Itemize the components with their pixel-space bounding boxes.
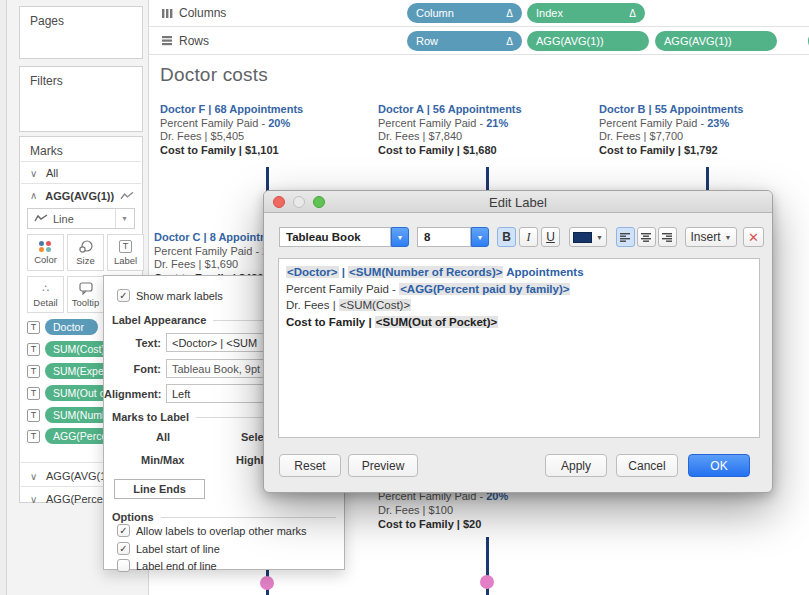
- editor-line-2: Percent Family Paid - <AGG(Percent paid …: [286, 281, 752, 298]
- checkbox-unchecked[interactable]: [117, 559, 130, 572]
- text-label-icon: T: [27, 387, 40, 400]
- chevron-up-icon: ∧: [30, 190, 39, 201]
- columns-shelf[interactable]: Columns ColumnΔ IndexΔ: [148, 0, 809, 27]
- marks-title: Marks: [20, 137, 142, 158]
- pill-agg-avg-1[interactable]: AGG(AVG(1)): [527, 31, 649, 51]
- label-start-option-label: Label start of line: [136, 543, 220, 555]
- dialog-title: Edit Label: [264, 195, 772, 210]
- label-end-option-row[interactable]: Label end of line: [117, 559, 217, 572]
- font-size-dropdown-icon[interactable]: ▼: [471, 227, 489, 247]
- align-right-icon: [662, 233, 673, 242]
- ok-button[interactable]: OK: [688, 454, 750, 477]
- underline-button[interactable]: U: [541, 227, 560, 247]
- apply-button[interactable]: Apply: [545, 454, 607, 477]
- overlap-option-row[interactable]: ✓ Allow labels to overlap other marks: [117, 524, 307, 537]
- size-button-label: Size: [76, 255, 94, 266]
- line-mark-icon: [34, 214, 48, 223]
- rows-shelf[interactable]: Rows RowΔ AGG(AVG(1)) AGG(AVG(1)) AGG(Pe…: [148, 27, 809, 55]
- pill-row[interactable]: RowΔ: [407, 31, 522, 51]
- filters-label: Filters: [20, 67, 142, 88]
- chevron-down-icon: ∨: [30, 471, 40, 482]
- pill-doctor[interactable]: Doctor: [45, 319, 98, 335]
- italic-button[interactable]: I: [519, 227, 538, 247]
- options-header: Options: [112, 511, 336, 523]
- sheet-title: Doctor costs: [160, 64, 268, 86]
- field-token: <SUM(Cost)>: [339, 299, 411, 311]
- checkbox-checked[interactable]: ✓: [117, 289, 130, 302]
- pill-column[interactable]: ColumnΔ: [407, 3, 522, 23]
- mark-type-value: Line: [53, 213, 74, 225]
- align-left-button[interactable]: [616, 227, 635, 247]
- bold-button[interactable]: B: [497, 227, 516, 247]
- color-button[interactable]: Color: [27, 234, 64, 271]
- pill-agg-avg-2[interactable]: AGG(AVG(1)): [655, 31, 777, 51]
- reset-button[interactable]: Reset: [279, 454, 341, 477]
- row2-a-point-mark[interactable]: [480, 575, 494, 589]
- align-center-button[interactable]: [637, 227, 656, 247]
- detail-button[interactable]: ∴ Detail: [27, 276, 64, 313]
- text-label-icon: T: [27, 430, 40, 443]
- tableau-window: Pages Filters Marks ∨ All ∧ AGG(AVG(1)) …: [0, 0, 809, 595]
- checkbox-checked[interactable]: ✓: [117, 524, 130, 537]
- label-start-option-row[interactable]: ✓ Label start of line: [117, 542, 220, 555]
- delta-icon: Δ: [498, 36, 513, 47]
- insert-dropdown-button[interactable]: Insert ▼: [685, 227, 737, 247]
- divider: [21, 161, 141, 162]
- left-edge-gutter: [0, 0, 7, 595]
- pages-shelf[interactable]: Pages: [19, 6, 143, 59]
- label-text-editor[interactable]: <Doctor> | <SUM(Number of Records)> Appo…: [278, 258, 760, 438]
- color-icon: [39, 241, 52, 252]
- font-field-label: Font:: [104, 363, 166, 375]
- text-label-icon: T: [27, 365, 40, 378]
- show-mark-labels-row[interactable]: ✓ Show mark labels: [117, 289, 223, 302]
- editor-line-4: Cost to Family | <SUM(Out of Pocket)>: [286, 314, 752, 331]
- marks-to-label-all[interactable]: All: [156, 431, 170, 443]
- color-swatch: [573, 232, 592, 243]
- editor-line-3: Dr. Fees | <SUM(Cost)>: [286, 297, 752, 314]
- label-pill-row[interactable]: T Doctor: [27, 319, 98, 335]
- tooltip-button[interactable]: Tooltip: [67, 276, 104, 313]
- size-icon: [79, 240, 93, 253]
- align-center-icon: [641, 233, 652, 242]
- field-token: <SUM(Out of Pocket)>: [375, 316, 498, 328]
- cancel-button[interactable]: Cancel: [616, 454, 678, 477]
- marks-section-all[interactable]: ∨ All: [20, 164, 142, 182]
- field-token: <AGG(Percent paid by family)>: [399, 283, 570, 295]
- preview-button[interactable]: Preview: [348, 454, 418, 477]
- font-color-button[interactable]: ▼: [569, 227, 607, 247]
- doctor-b-label: Doctor B | 55 Appointments Percent Famil…: [599, 103, 809, 157]
- text-label-icon: T: [27, 321, 40, 334]
- chevron-down-icon: ∨: [30, 494, 40, 505]
- alignment-field-label: Alignment:: [104, 388, 166, 400]
- delta-icon: Δ: [498, 8, 513, 19]
- rows-label: Rows: [179, 34, 209, 48]
- label-button[interactable]: T Label: [107, 234, 144, 271]
- text-label-icon: T: [119, 240, 132, 253]
- columns-label: Columns: [179, 6, 226, 20]
- align-right-button[interactable]: [658, 227, 677, 247]
- font-name-dropdown-icon[interactable]: ▼: [391, 227, 409, 247]
- clear-formatting-button[interactable]: ✕: [743, 227, 764, 247]
- font-size-select[interactable]: 8: [417, 227, 471, 247]
- filters-shelf[interactable]: Filters: [19, 66, 143, 132]
- checkbox-checked[interactable]: ✓: [117, 542, 130, 555]
- marks-all-label: All: [46, 167, 58, 179]
- field-token: <SUM(Number of Records)>: [348, 266, 503, 278]
- marks-to-label-minmax[interactable]: Min/Max: [141, 454, 184, 466]
- dropdown-arrow-icon: ▼: [725, 234, 732, 241]
- editor-line-1: <Doctor> | <SUM(Number of Records)> Appo…: [286, 264, 752, 281]
- edit-label-dialog: Edit Label Tableau Book ▼ 8 ▼ B I U ▼ In…: [263, 190, 773, 493]
- mark-type-dropdown[interactable]: Line ▼: [27, 208, 135, 229]
- field-token: <Doctor>: [286, 266, 339, 278]
- overlap-option-label: Allow labels to overlap other marks: [136, 525, 307, 537]
- pill-index[interactable]: IndexΔ: [527, 3, 645, 23]
- marks-section-agg-active[interactable]: ∧ AGG(AVG(1)): [20, 186, 142, 205]
- row2-f-point-mark[interactable]: [260, 576, 274, 590]
- size-button[interactable]: Size: [67, 234, 104, 271]
- line-ends-button[interactable]: Line Ends: [114, 479, 205, 499]
- font-name-select[interactable]: Tableau Book: [279, 227, 391, 247]
- doctor-f-label: Doctor F | 68 Appointments Percent Famil…: [160, 103, 375, 157]
- show-mark-labels-label: Show mark labels: [136, 290, 223, 302]
- dialog-titlebar[interactable]: Edit Label: [264, 191, 772, 213]
- delta-icon: Δ: [621, 8, 636, 19]
